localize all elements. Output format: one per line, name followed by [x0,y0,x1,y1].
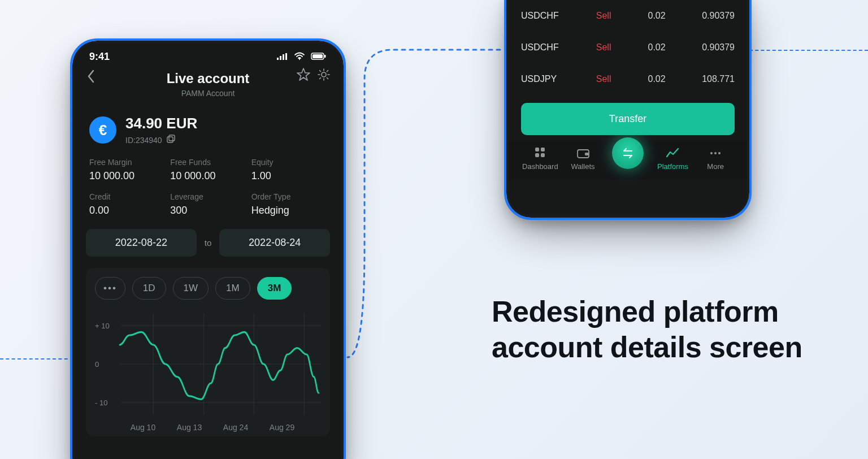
back-button[interactable] [87,70,95,85]
x-tick: Aug 13 [177,423,202,432]
decorative-dash-right [749,50,868,51]
order-row[interactable]: USDCHF Sell 0.02 0.90379 [521,32,735,63]
svg-rect-19 [541,148,545,151]
copy-id-button[interactable] [167,135,176,145]
order-symbol: USDCHF [521,42,596,53]
svg-rect-9 [169,135,175,141]
transfer-fab[interactable] [612,137,644,169]
order-price: 108.771 [677,74,735,84]
order-qty: 0.02 [636,42,677,53]
status-time: 9:41 [89,51,110,63]
balance-chart: + 10 0 - 10 [95,308,321,421]
x-tick: Aug 10 [131,423,155,432]
svg-point-26 [718,152,721,154]
svg-rect-3 [285,53,287,60]
cellular-icon [277,53,288,60]
metric-free-margin: Free Margin10 000.00 [89,158,164,182]
order-side: Sell [596,74,637,84]
metric-credit: Credit0.00 [89,192,164,216]
range-more-button[interactable]: ••• [95,277,125,300]
range-1w-button[interactable]: 1W [173,277,209,300]
svg-rect-2 [283,54,284,60]
tab-more[interactable]: More [694,148,737,171]
wifi-icon [294,53,305,60]
chart-line-icon [652,148,695,159]
status-icons [274,51,327,63]
page-subtitle: PAMM Account [75,89,341,98]
phone-orders-bottom: USDCHF Sell 0.02 0.90379 USDCHF Sell 0.0… [506,0,749,218]
dashboard-icon [519,146,562,159]
tab-label: Platforms [657,162,688,171]
order-row[interactable]: USDJPY Sell 0.02 108.771 [521,63,735,95]
tab-bar: Dashboard Wallets Platforms More [509,141,747,180]
svg-point-24 [710,152,713,154]
order-side: Sell [596,42,637,53]
svg-rect-23 [585,153,589,155]
metric-leverage: Leverage300 [170,192,245,216]
date-from-picker[interactable]: 2022-08-22 [86,229,197,257]
decorative-connector [359,45,506,362]
wallet-icon [562,148,605,159]
tab-dashboard[interactable]: Dashboard [519,146,562,171]
x-tick: Aug 24 [223,423,248,432]
headline-text: Redesigned platform account details scre… [492,294,868,366]
account-id: ID:234940 [125,136,162,145]
order-qty: 0.02 [636,11,677,21]
y-tick-top: + 10 [95,322,110,330]
x-axis-labels: Aug 10 Aug 13 Aug 24 Aug 29 [95,421,321,433]
svg-rect-10 [167,137,173,142]
svg-rect-0 [277,58,279,60]
tab-wallets[interactable]: Wallets [562,148,605,171]
order-symbol: USDCHF [521,11,596,21]
order-qty: 0.02 [636,74,677,84]
balance-amount: 34.90 EUR [125,115,197,132]
metric-free-funds: Free Funds10 000.00 [170,158,245,182]
tab-label: Dashboard [522,162,558,171]
range-1m-button[interactable]: 1M [215,277,250,300]
battery-icon [311,53,327,60]
range-1d-button[interactable]: 1D [132,277,166,300]
phone-account-details: 9:41 Live account PAMM Account € [72,41,344,459]
y-tick-bot: - 10 [95,399,107,407]
svg-rect-18 [535,148,539,151]
more-icon [694,148,737,159]
svg-rect-1 [280,56,281,60]
svg-rect-21 [541,153,545,157]
order-row[interactable]: USDCHF Sell 0.02 0.90379 [521,0,735,32]
svg-point-8 [322,72,326,77]
currency-icon: € [89,116,116,144]
svg-point-4 [299,58,300,59]
order-symbol: USDJPY [521,74,596,84]
range-selector: ••• 1D 1W 1M 3M [95,277,321,300]
order-price: 0.90379 [677,42,735,53]
date-to-label: to [205,238,212,248]
decorative-dash-left [0,358,73,360]
order-price: 0.90379 [677,11,735,21]
settings-button[interactable] [316,67,331,84]
chart-card: ••• 1D 1W 1M 3M + 10 0 - 10 [86,268,330,436]
tab-platforms[interactable]: Platforms [652,148,695,171]
transfer-button[interactable]: Transfer [521,103,735,135]
orders-list: USDCHF Sell 0.02 0.90379 USDCHF Sell 0.0… [509,0,747,95]
favorite-button[interactable] [296,67,311,84]
x-tick: Aug 29 [270,423,294,432]
date-to-picker[interactable]: 2022-08-24 [219,229,330,257]
tab-label: Wallets [571,162,594,171]
metric-equity: Equity1.00 [251,158,327,182]
range-3m-button[interactable]: 3M [257,277,292,300]
swap-icon [620,146,635,161]
tab-label: More [707,162,724,171]
metrics-grid: Free Margin10 000.00 Free Funds10 000.00… [75,151,341,227]
svg-rect-6 [313,54,323,58]
status-bar: 9:41 [75,43,341,66]
order-side: Sell [596,11,637,21]
svg-point-25 [714,152,717,154]
y-tick-mid: 0 [95,360,99,369]
svg-rect-20 [535,153,539,157]
metric-order-type: Order TypeHedging [251,192,327,216]
svg-rect-7 [324,55,326,58]
